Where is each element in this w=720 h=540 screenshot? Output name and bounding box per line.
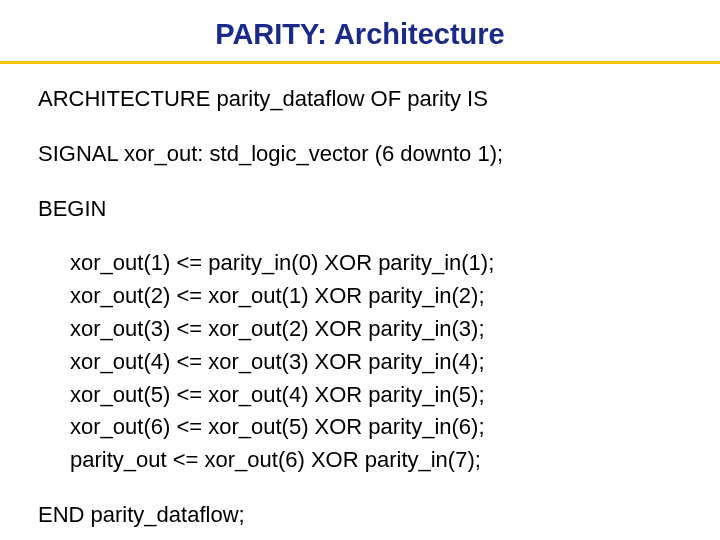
code-assign-4: xor_out(4) <= xor_out(3) XOR parity_in(4… [70, 347, 688, 378]
code-arch-decl: ARCHITECTURE parity_dataflow OF parity I… [38, 84, 688, 115]
blank-line [32, 226, 688, 248]
code-assign-1: xor_out(1) <= parity_in(0) XOR parity_in… [70, 248, 688, 279]
code-assign-3: xor_out(3) <= xor_out(2) XOR parity_in(3… [70, 314, 688, 345]
code-signal-decl: SIGNAL xor_out: std_logic_vector (6 down… [38, 139, 688, 170]
code-end: END parity_dataflow; [38, 500, 688, 531]
title-divider [0, 61, 720, 64]
blank-line [32, 478, 688, 500]
slide-title: PARITY: Architecture [32, 18, 688, 51]
code-begin: BEGIN [38, 194, 688, 225]
code-assign-2: xor_out(2) <= xor_out(1) XOR parity_in(2… [70, 281, 688, 312]
code-assign-5: xor_out(5) <= xor_out(4) XOR parity_in(5… [70, 380, 688, 411]
blank-line [32, 172, 688, 194]
code-assign-out: parity_out <= xor_out(6) XOR parity_in(7… [70, 445, 688, 476]
blank-line [32, 117, 688, 139]
code-assign-6: xor_out(6) <= xor_out(5) XOR parity_in(6… [70, 412, 688, 443]
